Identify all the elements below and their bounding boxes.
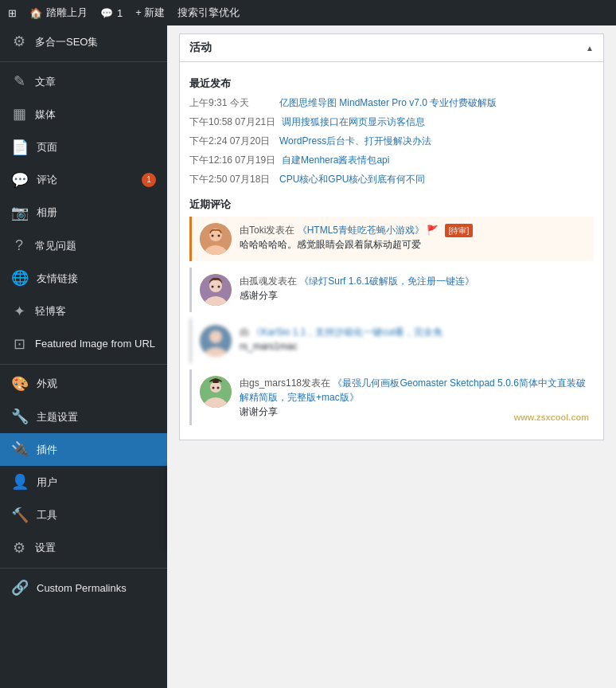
svg-rect-14	[212, 381, 219, 383]
faq-icon: ?	[11, 236, 27, 256]
comment-content-2: 由 《KarSio 1.1，支持沙箱化一键cut看，完全免 rs_mars1ma…	[240, 325, 594, 357]
widget-toggle: ▲	[586, 44, 594, 53]
featured-image-icon: ⊡	[11, 334, 27, 354]
wp-logo[interactable]: ⊞	[8, 7, 17, 19]
comments-badge: 1	[142, 173, 156, 187]
main-content: 活动 ▲ 最近发布 上午9:31 今天 亿图思维导图 MindMaster Pr…	[167, 25, 616, 688]
activity-post-link-4[interactable]: CPU核心和GPU核心到底有何不同	[279, 172, 425, 186]
plugins-icon: 🔌	[11, 440, 29, 459]
svg-point-9	[209, 330, 222, 343]
sidebar-item-seo[interactable]: ⚙ 多合一SEO集	[0, 25, 167, 58]
avatar-2	[200, 325, 232, 357]
activity-item: 下午2:50 07月18日 CPU核心和GPU核心到底有何不同	[189, 172, 594, 186]
sidebar-item-links[interactable]: 🌐 友情链接	[0, 262, 167, 295]
recent-comments-heading: 近期评论	[189, 197, 594, 212]
sidebar-item-users[interactable]: 👤 用户	[0, 466, 167, 498]
avatar-1	[200, 274, 232, 306]
sidebar-item-featured-image[interactable]: ⊡ Featured Image from URL	[0, 328, 167, 361]
sidebar-item-appearance[interactable]: 🎨 外观	[0, 368, 167, 401]
links-icon: 🌐	[11, 268, 29, 288]
comment-item-0: 由Toki发表在 《HTML5青蛙吃苍蝇小游戏》 🚩 [待审] 哈哈哈哈哈。感觉…	[189, 217, 594, 261]
activity-widget: 活动 ▲ 最近发布 上午9:31 今天 亿图思维导图 MindMaster Pr…	[179, 33, 604, 440]
activity-item: 下午2:24 07月20日 WordPress后台卡、打开慢解决办法	[189, 134, 594, 148]
sidebar-item-posts[interactable]: ✎ 文章	[0, 65, 167, 98]
svg-point-11	[210, 381, 221, 393]
sidebar-item-permalinks[interactable]: 🔗 Custom Permalinks	[0, 572, 167, 604]
comment-post-link-1[interactable]: 《绿灯Surf 1.6.1破解版，免注册一键连》	[299, 276, 474, 287]
seo-icon: ⚙	[11, 32, 27, 52]
activity-post-link-2[interactable]: WordPress后台卡、打开慢解决办法	[279, 134, 431, 148]
activity-post-link-1[interactable]: 调用搜狐接口在网页显示访客信息	[282, 115, 425, 129]
sidebar-item-comments[interactable]: 💬 评论 1	[0, 164, 167, 197]
sidebar-item-tools[interactable]: 🔨 工具	[0, 499, 167, 532]
appearance-icon: 🎨	[11, 374, 29, 394]
new-post[interactable]: + 新建	[135, 6, 165, 20]
sidebar-item-pages[interactable]: 📄 页面	[0, 131, 167, 164]
svg-point-12	[212, 387, 215, 389]
svg-point-7	[218, 286, 220, 288]
pages-icon: 📄	[11, 138, 29, 158]
admin-bar: ⊞ 🏠 踏雕上月 💬 1 + 新建 搜索引擎优化	[0, 0, 616, 25]
home-icon: 🏠	[29, 7, 42, 19]
activity-item: 下午10:58 07月21日 调用搜狐接口在网页显示访客信息	[189, 115, 594, 129]
widget-title: 活动	[189, 41, 212, 55]
flag-icon: 🚩	[427, 225, 439, 236]
album-icon: 📷	[11, 203, 29, 223]
sidebar-item-album[interactable]: 📷 相册	[0, 197, 167, 229]
comment-item-1: 由孤魂发表在 《绿灯Surf 1.6.1破解版，免注册一键连》 感谢分享	[189, 268, 594, 312]
svg-point-5	[209, 280, 222, 292]
layout: ⚙ 多合一SEO集 ✎ 文章 ▦ 媒体 📄 页面 💬 评论 1 📷 相册 ? 常…	[0, 25, 616, 688]
watermark: www.zsxcool.com	[514, 412, 589, 422]
tools-icon: 🔨	[11, 506, 29, 526]
sidebar-item-lightblog[interactable]: ✦ 轻博客	[0, 295, 167, 328]
widget-body: 最近发布 上午9:31 今天 亿图思维导图 MindMaster Pro v7.…	[180, 62, 603, 440]
sidebar-item-theme[interactable]: 🔧 主题设置	[0, 401, 167, 433]
users-icon: 👤	[11, 472, 29, 492]
comment-item-2: 由 《KarSio 1.1，支持沙箱化一键cut看，完全免 rs_mars1ma…	[189, 319, 594, 363]
comments-link[interactable]: 💬 1	[100, 7, 123, 19]
comment-icon: 💬	[100, 7, 113, 19]
svg-point-3	[218, 235, 220, 237]
settings-icon: ⚙	[11, 538, 27, 558]
pending-badge-0: [待审]	[445, 224, 474, 237]
svg-point-13	[217, 387, 220, 389]
lightblog-icon: ✦	[11, 302, 27, 322]
activity-item: 下午12:16 07月19日 自建Menhera酱表情包api	[189, 153, 594, 167]
activity-post-link-0[interactable]: 亿图思维导图 MindMaster Pro v7.0 专业付费破解版	[279, 96, 497, 110]
posts-icon: ✎	[11, 72, 27, 92]
site-name[interactable]: 🏠 踏雕上月	[29, 6, 88, 20]
svg-point-6	[212, 286, 214, 288]
avatar-3	[200, 376, 232, 408]
recent-posts-heading: 最近发布	[189, 76, 594, 91]
comment-post-link-2[interactable]: 《KarSio 1.1，支持沙箱化一键cut看，完全免	[251, 326, 443, 338]
svg-point-2	[212, 235, 214, 237]
comment-content-1: 由孤魂发表在 《绿灯Surf 1.6.1破解版，免注册一键连》 感谢分享	[240, 274, 594, 306]
theme-icon: 🔧	[11, 407, 29, 427]
permalinks-icon: 🔗	[11, 578, 29, 598]
media-icon: ▦	[11, 104, 27, 124]
comment-content-0: 由Toki发表在 《HTML5青蛙吃苍蝇小游戏》 🚩 [待审] 哈哈哈哈哈。感觉…	[240, 223, 594, 255]
comments-icon: 💬	[11, 170, 29, 190]
plugins-container: 🔌 插件 已安装的插件 安装插件 Plugin Editor	[0, 433, 167, 466]
avatar-0	[200, 223, 232, 255]
seo-link[interactable]: 搜索引擎优化	[177, 6, 240, 20]
activity-post-link-3[interactable]: 自建Menhera酱表情包api	[282, 153, 389, 167]
sidebar-item-plugins[interactable]: 🔌 插件	[0, 433, 167, 466]
sidebar-item-media[interactable]: ▦ 媒体	[0, 98, 167, 131]
comment-item-3: 由gs_mars118发表在 《最强几何画板Geomaster Sketchpa…	[189, 369, 594, 425]
widget-header[interactable]: 活动 ▲	[180, 34, 603, 62]
sidebar: ⚙ 多合一SEO集 ✎ 文章 ▦ 媒体 📄 页面 💬 评论 1 📷 相册 ? 常…	[0, 25, 167, 688]
sidebar-item-faq[interactable]: ? 常见问题	[0, 229, 167, 262]
activity-item: 上午9:31 今天 亿图思维导图 MindMaster Pro v7.0 专业付…	[189, 96, 594, 110]
wp-icon: ⊞	[8, 7, 17, 19]
comment-post-link-0[interactable]: 《HTML5青蛙吃苍蝇小游戏》	[298, 225, 424, 236]
sidebar-item-settings[interactable]: ⚙ 设置	[0, 532, 167, 565]
